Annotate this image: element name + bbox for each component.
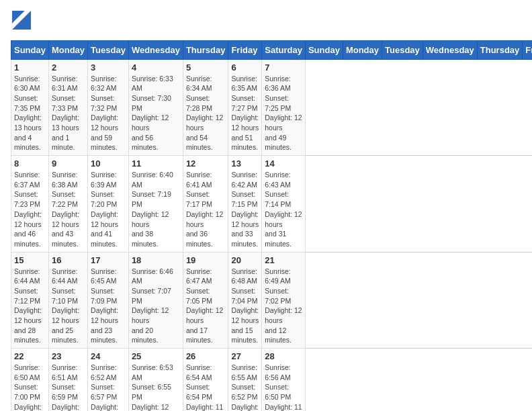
day-detail: Sunrise: 6:31 AMSunset: 7:33 PMDaylight:… — [52, 74, 85, 153]
day-cell: 18Sunrise: 6:46 AMSunset: 7:07 PMDayligh… — [128, 252, 183, 349]
day-detail: Sunrise: 6:37 AMSunset: 7:23 PMDaylight:… — [14, 170, 46, 249]
day-number: 13 — [231, 158, 259, 169]
column-header-monday: Monday — [48, 40, 87, 59]
day-cell: 14Sunrise: 6:43 AMSunset: 7:14 PMDayligh… — [262, 156, 306, 253]
logo-icon — [12, 11, 31, 30]
day-detail: Sunrise: 6:40 AMSunset: 7:19 PMDaylight:… — [132, 170, 180, 249]
day-number: 20 — [231, 255, 259, 265]
day-number: 24 — [91, 351, 126, 361]
day-cell: 3Sunrise: 6:32 AMSunset: 7:32 PMDaylight… — [88, 59, 129, 156]
day-cell: 8Sunrise: 6:37 AMSunset: 7:23 PMDaylight… — [11, 156, 49, 253]
day-cell: 10Sunrise: 6:39 AMSunset: 7:20 PMDayligh… — [88, 156, 129, 253]
day-number: 9 — [52, 158, 85, 169]
week-row-4: 22Sunrise: 6:50 AMSunset: 7:00 PMDayligh… — [11, 349, 533, 411]
day-detail: Sunrise: 6:53 AMSunset: 6:55 PMDaylight:… — [132, 363, 180, 411]
day-cell: 16Sunrise: 6:44 AMSunset: 7:10 PMDayligh… — [48, 252, 87, 349]
day-detail: Sunrise: 6:49 AMSunset: 7:02 PMDaylight:… — [265, 267, 302, 346]
day-cell: 20Sunrise: 6:48 AMSunset: 7:04 PMDayligh… — [228, 252, 262, 349]
column-header-friday: Friday — [523, 40, 532, 59]
column-header-sunday: Sunday — [305, 40, 343, 59]
day-cell: 6Sunrise: 6:35 AMSunset: 7:27 PMDaylight… — [228, 59, 262, 156]
day-cell: 7Sunrise: 6:36 AMSunset: 7:25 PMDaylight… — [262, 59, 306, 156]
day-detail: Sunrise: 6:54 AMSunset: 6:54 PMDaylight:… — [186, 363, 226, 411]
day-detail: Sunrise: 6:56 AMSunset: 6:50 PMDaylight:… — [265, 363, 302, 411]
day-detail: Sunrise: 6:51 AMSunset: 6:59 PMDaylight:… — [52, 363, 85, 411]
day-detail: Sunrise: 6:35 AMSunset: 7:27 PMDaylight:… — [231, 74, 259, 153]
day-detail: Sunrise: 6:46 AMSunset: 7:07 PMDaylight:… — [132, 267, 180, 346]
day-number: 18 — [132, 255, 180, 265]
day-detail: Sunrise: 6:34 AMSunset: 7:28 PMDaylight:… — [186, 74, 226, 153]
column-header-wednesday: Wednesday — [128, 40, 183, 59]
day-detail: Sunrise: 6:42 AMSunset: 7:15 PMDaylight:… — [231, 170, 259, 249]
day-number: 26 — [186, 351, 226, 361]
day-number: 6 — [231, 62, 259, 73]
day-cell: 21Sunrise: 6:49 AMSunset: 7:02 PMDayligh… — [262, 252, 306, 349]
column-header-monday: Monday — [343, 40, 382, 59]
day-detail: Sunrise: 6:47 AMSunset: 7:05 PMDaylight:… — [186, 267, 226, 346]
column-header-thursday: Thursday — [477, 40, 523, 59]
day-cell: 11Sunrise: 6:40 AMSunset: 7:19 PMDayligh… — [128, 156, 183, 253]
day-cell: 28Sunrise: 6:56 AMSunset: 6:50 PMDayligh… — [262, 349, 306, 411]
day-cell: 25Sunrise: 6:53 AMSunset: 6:55 PMDayligh… — [128, 349, 183, 411]
day-detail: Sunrise: 6:44 AMSunset: 7:12 PMDaylight:… — [14, 267, 46, 346]
day-number: 8 — [14, 158, 46, 169]
page-header — [11, 11, 521, 34]
calendar-header-row: SundayMondayTuesdayWednesdayThursdayFrid… — [11, 40, 533, 59]
column-header-friday: Friday — [228, 40, 262, 59]
day-number: 3 — [91, 62, 126, 73]
day-number: 25 — [132, 351, 180, 361]
day-number: 2 — [52, 62, 85, 73]
logo — [11, 11, 31, 34]
day-number: 15 — [14, 255, 46, 265]
day-cell: 2Sunrise: 6:31 AMSunset: 7:33 PMDaylight… — [48, 59, 87, 156]
column-header-tuesday: Tuesday — [382, 40, 423, 59]
day-detail: Sunrise: 6:33 AMSunset: 7:30 PMDaylight:… — [132, 74, 180, 153]
day-detail: Sunrise: 6:50 AMSunset: 7:00 PMDaylight:… — [14, 363, 46, 411]
day-number: 16 — [52, 255, 85, 265]
day-number: 19 — [186, 255, 226, 265]
day-number: 7 — [265, 62, 302, 73]
day-cell: 22Sunrise: 6:50 AMSunset: 7:00 PMDayligh… — [11, 349, 49, 411]
day-number: 14 — [265, 158, 302, 169]
day-cell: 1Sunrise: 6:30 AMSunset: 7:35 PMDaylight… — [11, 59, 49, 156]
day-cell: 5Sunrise: 6:34 AMSunset: 7:28 PMDaylight… — [183, 59, 228, 156]
day-number: 5 — [186, 62, 226, 73]
day-cell: 27Sunrise: 6:55 AMSunset: 6:52 PMDayligh… — [228, 349, 262, 411]
day-number: 17 — [91, 255, 126, 265]
day-cell: 12Sunrise: 6:41 AMSunset: 7:17 PMDayligh… — [183, 156, 228, 253]
day-cell: 24Sunrise: 6:52 AMSunset: 6:57 PMDayligh… — [88, 349, 129, 411]
day-number: 1 — [14, 62, 46, 73]
column-header-wednesday: Wednesday — [423, 40, 477, 59]
day-detail: Sunrise: 6:52 AMSunset: 6:57 PMDaylight:… — [91, 363, 126, 411]
column-header-sunday: Sunday — [11, 40, 49, 59]
day-detail: Sunrise: 6:44 AMSunset: 7:10 PMDaylight:… — [52, 267, 85, 346]
day-number: 11 — [132, 158, 180, 169]
day-detail: Sunrise: 6:45 AMSunset: 7:09 PMDaylight:… — [91, 267, 126, 346]
day-cell: 13Sunrise: 6:42 AMSunset: 7:15 PMDayligh… — [228, 156, 262, 253]
day-detail: Sunrise: 6:41 AMSunset: 7:17 PMDaylight:… — [186, 170, 226, 249]
week-row-1: 1Sunrise: 6:30 AMSunset: 7:35 PMDaylight… — [11, 59, 533, 156]
day-number: 27 — [231, 351, 259, 361]
day-detail: Sunrise: 6:30 AMSunset: 7:35 PMDaylight:… — [14, 74, 46, 153]
day-number: 23 — [52, 351, 85, 361]
day-detail: Sunrise: 6:55 AMSunset: 6:52 PMDaylight:… — [231, 363, 259, 411]
day-number: 22 — [14, 351, 46, 361]
column-header-tuesday: Tuesday — [88, 40, 129, 59]
column-header-saturday: Saturday — [262, 40, 306, 59]
day-detail: Sunrise: 6:43 AMSunset: 7:14 PMDaylight:… — [265, 170, 302, 249]
day-cell: 9Sunrise: 6:38 AMSunset: 7:22 PMDaylight… — [48, 156, 87, 253]
day-number: 21 — [265, 255, 302, 265]
calendar-table: SundayMondayTuesdayWednesdayThursdayFrid… — [11, 40, 532, 411]
day-cell: 17Sunrise: 6:45 AMSunset: 7:09 PMDayligh… — [88, 252, 129, 349]
day-number: 28 — [265, 351, 302, 361]
day-cell: 23Sunrise: 6:51 AMSunset: 6:59 PMDayligh… — [48, 349, 87, 411]
day-cell: 19Sunrise: 6:47 AMSunset: 7:05 PMDayligh… — [183, 252, 228, 349]
day-detail: Sunrise: 6:48 AMSunset: 7:04 PMDaylight:… — [231, 267, 259, 346]
week-row-3: 15Sunrise: 6:44 AMSunset: 7:12 PMDayligh… — [11, 252, 533, 349]
day-number: 4 — [132, 62, 180, 73]
day-cell: 15Sunrise: 6:44 AMSunset: 7:12 PMDayligh… — [11, 252, 49, 349]
day-detail: Sunrise: 6:36 AMSunset: 7:25 PMDaylight:… — [265, 74, 302, 153]
column-header-thursday: Thursday — [183, 40, 228, 59]
day-number: 12 — [186, 158, 226, 169]
day-detail: Sunrise: 6:38 AMSunset: 7:22 PMDaylight:… — [52, 170, 85, 249]
